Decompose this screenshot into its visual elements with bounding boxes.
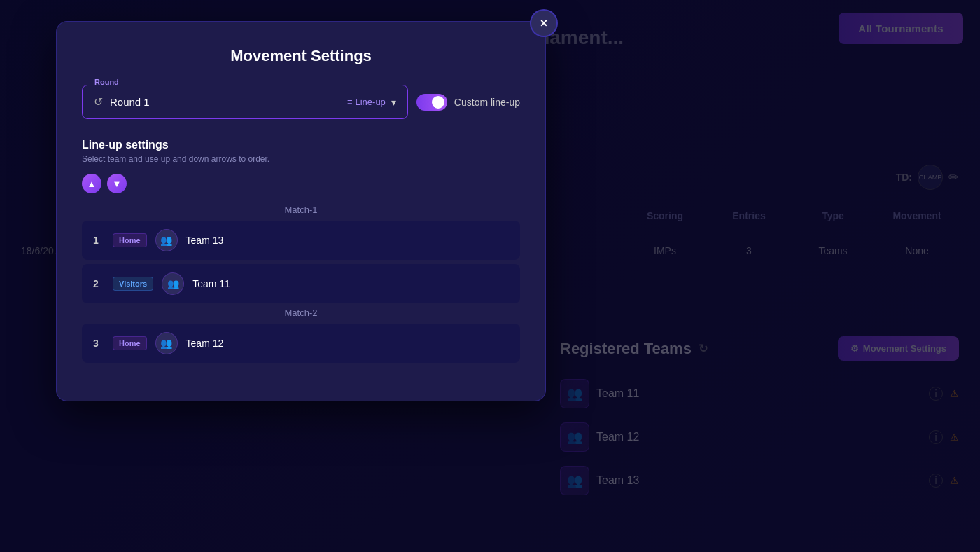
lineup-settings-section: Line-up settings Select team and use up … [82, 139, 520, 363]
round-icon: ↺ [94, 95, 103, 109]
modal-title: Movement Settings [82, 47, 520, 65]
toggle-track[interactable] [416, 94, 447, 111]
movement-settings-modal: × Movement Settings Round ↺ Round 1 ≡ Li… [56, 21, 546, 401]
team-row-number: 3 [93, 338, 104, 349]
home-badge: Home [113, 233, 147, 247]
round-value: Round 1 [110, 96, 150, 108]
team-row-number: 1 [93, 235, 104, 246]
lineup-settings-title: Line-up settings [82, 139, 520, 151]
lineup-label: ≡ Line-up [347, 97, 386, 107]
move-up-button[interactable]: ▲ [82, 174, 102, 193]
table-row[interactable]: 2 Visitors 👥 Team 11 [82, 264, 520, 303]
table-row[interactable]: 1 Home 👥 Team 13 [82, 221, 520, 260]
match1-label: Match-1 [82, 205, 520, 215]
lineup-icon: ≡ [347, 97, 353, 107]
team-row-number: 2 [93, 278, 104, 289]
chevron-down-icon: ▾ [391, 97, 396, 108]
team-row-avatar: 👥 [155, 229, 178, 251]
team-row-avatar: 👥 [162, 272, 184, 295]
modal-close-button[interactable]: × [530, 9, 558, 37]
round-dropdown[interactable]: ↺ Round 1 ≡ Line-up ▾ [82, 85, 408, 119]
visitors-badge: Visitors [113, 277, 153, 291]
arrow-buttons: ▲ ▼ [82, 174, 520, 193]
round-dropdown-right: ≡ Line-up ▾ [347, 97, 396, 108]
lineup-settings-subtitle: Select team and use up and down arrows t… [82, 154, 520, 164]
team-row-name: Team 13 [186, 235, 224, 246]
round-dropdown-left: ↺ Round 1 [94, 95, 150, 109]
move-down-button[interactable]: ▼ [107, 174, 127, 193]
round-selector-wrapper: Round ↺ Round 1 ≡ Line-up ▾ [82, 85, 520, 119]
team-row-name: Team 11 [192, 278, 230, 289]
match2-label: Match-2 [82, 308, 520, 318]
team-row-avatar: 👥 [155, 332, 178, 354]
table-row[interactable]: 3 Home 👥 Team 12 [82, 324, 520, 363]
custom-lineup-toggle: Custom line-up [416, 94, 520, 111]
round-selector-row: ↺ Round 1 ≡ Line-up ▾ Custom line-up [82, 85, 520, 119]
round-label: Round [92, 78, 122, 86]
team-row-name: Team 12 [186, 338, 224, 349]
home-badge: Home [113, 336, 147, 350]
toggle-label: Custom line-up [454, 97, 520, 108]
toggle-thumb [432, 96, 444, 109]
